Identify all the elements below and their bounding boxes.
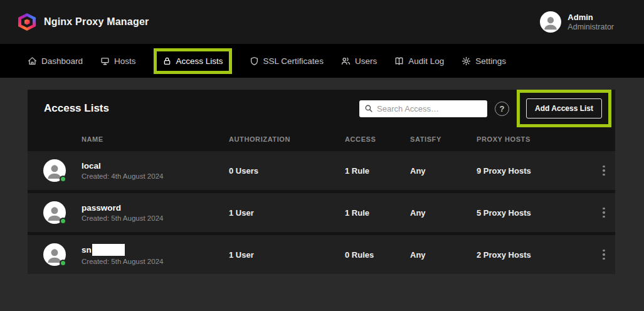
table-row[interactable]: password Created: 5th August 2024 1 User… <box>28 193 615 232</box>
annotation-highlight-add-button: Add Access List <box>517 90 611 127</box>
app-root: Nginx Proxy Manager Admin Administrator … <box>0 0 644 311</box>
status-dot <box>60 176 66 182</box>
home-icon <box>28 56 37 66</box>
column-authorization: AUTHORIZATION <box>229 135 345 143</box>
nav-hosts[interactable]: Hosts <box>100 56 136 66</box>
row-avatar-cell <box>28 243 82 266</box>
access-list-name: password <box>82 203 229 213</box>
table-row[interactable]: local Created: 4th August 2024 0 Users 1… <box>28 151 615 190</box>
authorization-value: 0 Users <box>229 166 345 176</box>
nav-label: SSL Certificates <box>263 56 324 66</box>
access-value: 1 Rule <box>345 166 410 176</box>
nav-label: Audit Log <box>408 56 444 66</box>
column-proxy-hosts: PROXY HOSTS <box>477 135 593 143</box>
user-info: Admin Administrator <box>567 11 614 33</box>
proxy-hosts-value: 2 Proxy Hosts <box>477 250 593 260</box>
top-header: Nginx Proxy Manager Admin Administrator <box>0 0 644 44</box>
proxy-hosts-value: 9 Proxy Hosts <box>477 166 593 176</box>
status-dot <box>60 260 66 266</box>
nav-label: Settings <box>475 56 506 66</box>
lock-icon <box>162 56 172 66</box>
search-icon <box>364 104 373 113</box>
search-box <box>359 100 487 117</box>
access-value: 0 Rules <box>345 250 410 260</box>
row-menu-icon[interactable] <box>593 163 615 179</box>
app-logo-icon <box>18 13 36 31</box>
nav-label: Users <box>355 56 377 66</box>
table-body: local Created: 4th August 2024 0 Users 1… <box>28 151 615 274</box>
access-value: 1 Rule <box>345 208 410 218</box>
user-name: Admin <box>567 13 614 23</box>
satisfy-value: Any <box>410 250 477 260</box>
brand[interactable]: Nginx Proxy Manager <box>18 13 149 31</box>
nav-label: Dashboard <box>41 56 83 66</box>
created-date: Created: 5th August 2024 <box>82 258 229 265</box>
row-avatar-icon <box>43 201 66 224</box>
created-date: Created: 5th August 2024 <box>82 214 229 222</box>
nav-audit-log[interactable]: Audit Log <box>394 56 444 66</box>
app-title: Nginx Proxy Manager <box>44 16 149 28</box>
column-name: NAME <box>82 135 229 143</box>
user-avatar-icon <box>540 11 561 33</box>
help-icon[interactable]: ? <box>495 102 509 116</box>
row-menu-icon[interactable] <box>593 205 615 221</box>
column-satisfy: SATISFY <box>410 135 477 143</box>
monitor-icon <box>100 56 110 66</box>
row-avatar-cell <box>28 159 82 182</box>
authorization-value: 1 User <box>229 208 345 218</box>
name-cell: local Created: 4th August 2024 <box>82 161 229 180</box>
page-title: Access Lists <box>44 102 109 115</box>
gear-icon <box>462 56 471 66</box>
satisfy-value: Any <box>410 166 477 176</box>
user-role: Administrator <box>567 23 614 33</box>
content-area: Access Lists ? Add Access List NAME AUTH… <box>0 78 644 311</box>
row-avatar-icon <box>43 159 66 182</box>
name-cell: password Created: 5th August 2024 <box>82 203 229 222</box>
card-header-actions: ? Add Access List <box>359 90 611 127</box>
user-menu[interactable]: Admin Administrator <box>540 11 614 33</box>
created-date: Created: 4th August 2024 <box>82 172 229 180</box>
row-menu-icon[interactable] <box>593 247 615 263</box>
nav-dashboard[interactable]: Dashboard <box>28 56 83 66</box>
nav-settings[interactable]: Settings <box>462 56 506 66</box>
column-access: ACCESS <box>345 135 410 143</box>
nav-label: Hosts <box>114 56 136 66</box>
table-header: NAME AUTHORIZATION ACCESS SATISFY PROXY … <box>28 127 615 151</box>
nav-users[interactable]: Users <box>341 56 377 66</box>
access-list-name: local <box>82 161 229 171</box>
authorization-value: 1 User <box>229 250 345 260</box>
book-icon <box>394 56 404 66</box>
row-avatar-icon <box>43 243 66 266</box>
annotation-highlight-access-lists: Access Lists <box>154 48 232 74</box>
access-lists-card: Access Lists ? Add Access List NAME AUTH… <box>28 90 615 274</box>
name-cell: sn Created: 5th August 2024 <box>82 244 229 265</box>
add-access-list-button[interactable]: Add Access List <box>526 98 602 119</box>
nav-access-lists[interactable]: Access Lists <box>162 56 223 66</box>
redaction-box <box>92 244 125 256</box>
proxy-hosts-value: 5 Proxy Hosts <box>477 208 593 218</box>
table-row[interactable]: sn Created: 5th August 2024 1 User 0 Rul… <box>28 235 615 274</box>
users-icon <box>341 56 351 66</box>
nav-label: Access Lists <box>176 56 223 66</box>
status-dot <box>60 218 66 224</box>
access-list-name: sn <box>82 244 229 256</box>
card-header: Access Lists ? Add Access List <box>28 90 615 127</box>
search-input[interactable] <box>377 104 482 113</box>
shield-icon <box>250 56 259 66</box>
nav-ssl-certificates[interactable]: SSL Certificates <box>250 56 324 66</box>
satisfy-value: Any <box>410 208 477 218</box>
main-nav: Dashboard Hosts Access Lists SSL Certifi… <box>0 44 644 78</box>
row-avatar-cell <box>28 201 82 224</box>
